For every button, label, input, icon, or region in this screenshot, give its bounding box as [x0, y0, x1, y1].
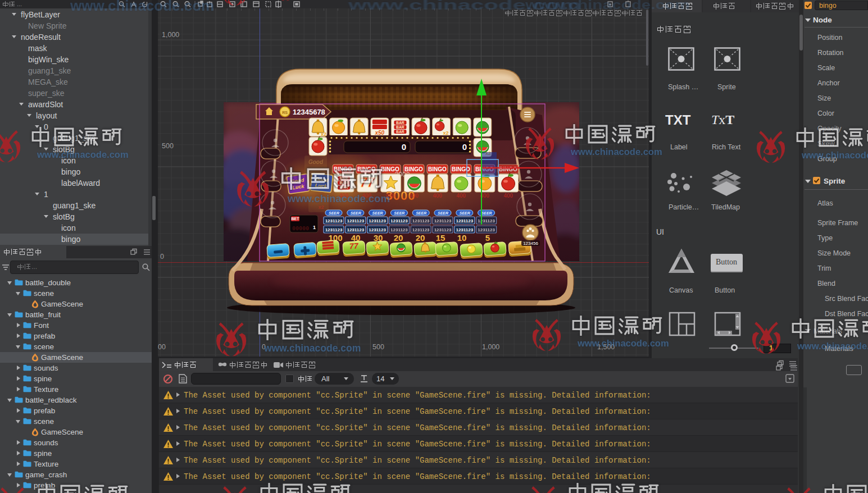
svg-text:123456: 123456	[523, 241, 538, 246]
svg-text:400: 400	[504, 193, 513, 199]
svg-text:1231123: 1231123	[369, 218, 386, 223]
svg-text:1231123: 1231123	[456, 227, 473, 232]
svg-text:BAR: BAR	[396, 121, 405, 125]
svg-text:5: 5	[485, 233, 490, 243]
svg-text:20: 20	[416, 233, 425, 243]
svg-text:15: 15	[436, 233, 446, 243]
svg-text:SEER: SEER	[372, 211, 383, 215]
svg-text:1231123: 1231123	[412, 227, 430, 232]
svg-text:20: 20	[394, 233, 403, 243]
svg-text:1231123: 1231123	[325, 227, 343, 232]
svg-text:x2: x2	[321, 131, 326, 137]
svg-text:1231123: 1231123	[456, 218, 473, 223]
svg-text:1231123: 1231123	[434, 218, 452, 223]
svg-text:1231123: 1231123	[390, 218, 408, 223]
svg-text:SEER: SEER	[438, 211, 448, 215]
svg-text:400: 400	[457, 193, 466, 199]
svg-text:1231123: 1231123	[478, 227, 495, 232]
svg-text:SEER: SEER	[351, 211, 361, 215]
svg-text:00000: 00000	[292, 226, 309, 232]
svg-text:Good: Good	[308, 159, 324, 165]
svg-text:BINGO: BINGO	[452, 166, 470, 172]
svg-text:RS: RS	[282, 111, 288, 115]
svg-text:1231123: 1231123	[347, 218, 364, 223]
svg-text:BINGO: BINGO	[428, 166, 447, 172]
svg-text:1231123: 1231123	[369, 227, 386, 232]
svg-text:SEER: SEER	[460, 211, 470, 215]
svg-text:0: 0	[462, 142, 467, 152]
svg-text:1231123: 1231123	[325, 218, 343, 223]
svg-text:1231123: 1231123	[478, 218, 495, 223]
svg-text:12345678: 12345678	[293, 108, 325, 116]
svg-text:1: 1	[313, 225, 316, 230]
svg-text:77: 77	[349, 241, 359, 250]
svg-text:0: 0	[402, 142, 406, 152]
svg-text:x2: x2	[443, 130, 449, 136]
svg-text:BAR: BAR	[396, 130, 405, 134]
svg-text:SEER: SEER	[394, 211, 405, 215]
svg-text:400: 400	[410, 193, 419, 199]
svg-text:BET: BET	[292, 217, 300, 221]
svg-text:1231123: 1231123	[434, 227, 452, 232]
svg-text:x2: x2	[319, 204, 324, 210]
svg-text:BINGO: BINGO	[499, 166, 517, 172]
svg-text:SEER: SEER	[481, 211, 492, 215]
svg-text:1231123: 1231123	[412, 218, 430, 223]
svg-text:400: 400	[433, 193, 443, 199]
svg-text:SEER: SEER	[416, 211, 426, 215]
svg-text:x50: x50	[374, 130, 384, 136]
svg-text:1231123: 1231123	[347, 227, 364, 232]
svg-text:10: 10	[457, 233, 467, 243]
svg-text:SEER: SEER	[329, 211, 339, 215]
svg-text:BAR: BAR	[396, 125, 405, 129]
svg-text:1231123: 1231123	[390, 227, 408, 232]
